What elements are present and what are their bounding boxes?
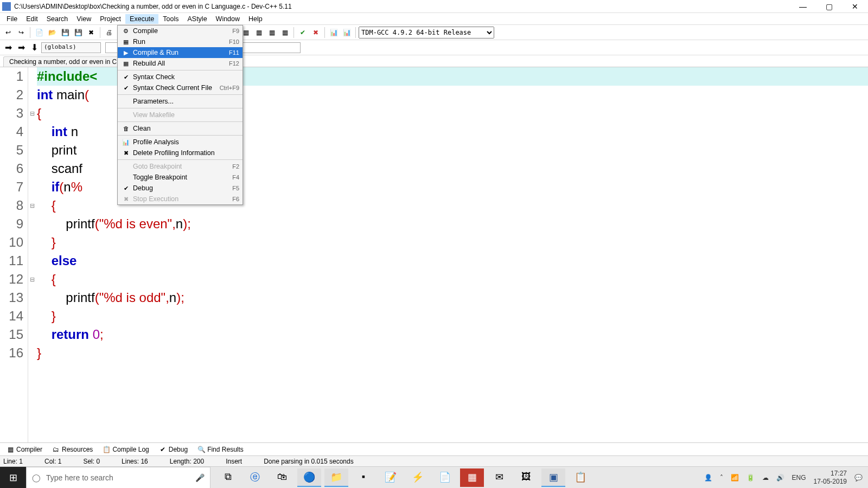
menuitem-compile[interactable]: ⚙CompileF9 <box>118 25 242 36</box>
forward-icon[interactable]: ↪ <box>15 27 27 38</box>
menu-astyle[interactable]: AStyle <box>183 14 211 24</box>
menuitem-syntax-check-current-file[interactable]: ✔Syntax Check Current FileCtrl+F9 <box>118 82 242 93</box>
goto2-icon[interactable]: ➡ <box>15 42 27 54</box>
menuitem-icon: ✔ <box>121 84 131 92</box>
notes-icon[interactable]: 📝 <box>379 468 403 487</box>
menubar: FileEditSearchViewProjectExecuteToolsASt… <box>0 13 868 25</box>
menuitem-clean[interactable]: 🗑Clean <box>118 123 242 134</box>
menuitem-icon: ⚙ <box>121 27 131 35</box>
lang-indicator[interactable]: ENG <box>792 474 806 481</box>
cmd-icon[interactable]: ▪ <box>352 468 375 487</box>
menuitem-profile-analysis[interactable]: 📊Profile Analysis <box>118 137 242 147</box>
statusbar: Line: 1 Col: 1 Sel: 0 Lines: 16 Length: … <box>0 455 868 466</box>
battery-icon[interactable]: 🔋 <box>746 474 755 481</box>
taskview-icon[interactable]: ⧉ <box>216 468 240 487</box>
execute-menu: ⚙CompileF9▦RunF10▶Compile & RunF11▦Rebui… <box>117 25 243 205</box>
app6-icon[interactable]: 📋 <box>569 468 592 487</box>
menuitem-toggle-breakpoint[interactable]: Toggle BreakpointF4 <box>118 172 242 183</box>
menu-help[interactable]: Help <box>244 14 267 24</box>
menu-window[interactable]: Window <box>212 14 244 24</box>
taskbar: ⊞ ◯ Type here to search 🎤 ⧉ ⓔ 🛍 🔵 📁 ▪ 📝 … <box>0 466 868 488</box>
status-lines: Lines: 16 <box>122 458 148 465</box>
stop-icon[interactable]: ✖ <box>310 27 322 38</box>
goto1-icon[interactable]: ➡ <box>2 42 14 54</box>
minimize-button[interactable]: — <box>796 2 809 11</box>
wifi-icon[interactable]: 📶 <box>731 474 739 481</box>
close-file-icon[interactable]: ✖ <box>85 27 97 38</box>
bottomtab-compiler[interactable]: ▦Compiler <box>3 445 46 454</box>
print-icon[interactable]: 🖨 <box>103 27 115 38</box>
grid2-icon[interactable]: ▦ <box>253 27 265 38</box>
menuitem-icon <box>121 173 131 182</box>
menuitem-icon <box>121 97 131 106</box>
open-icon[interactable]: 📂 <box>46 27 58 38</box>
app3-icon[interactable]: 📄 <box>433 468 457 487</box>
menuitem-delete-profiling-information[interactable]: ✖Delete Profiling Information <box>118 147 242 158</box>
window-title: C:\Users\ADMIN\Desktop\box\Checking a nu… <box>14 3 796 10</box>
bottomtab-compile-log[interactable]: 📋Compile Log <box>99 445 152 454</box>
menuitem-syntax-check[interactable]: ✔Syntax Check <box>118 72 242 82</box>
menu-edit[interactable]: Edit <box>22 14 42 24</box>
menu-execute[interactable]: Execute <box>125 14 158 24</box>
people-icon[interactable]: 👤 <box>704 474 712 481</box>
app2-icon[interactable]: ⚡ <box>406 468 430 487</box>
titlebar: C:\Users\ADMIN\Desktop\box\Checking a nu… <box>0 0 868 13</box>
status-col: Col: 1 <box>44 458 61 465</box>
menuitem-compile-run[interactable]: ▶Compile & RunF11 <box>118 47 242 58</box>
grid4-icon[interactable]: ▦ <box>279 27 291 38</box>
new-icon[interactable]: 📄 <box>33 27 45 38</box>
cortana-icon: ◯ <box>32 473 41 482</box>
menuitem-icon: ▦ <box>121 37 131 46</box>
close-button[interactable]: ✕ <box>848 2 861 11</box>
chrome-icon[interactable]: 🔵 <box>297 468 321 487</box>
menuitem-icon: 🗑 <box>121 124 131 133</box>
menuitem-parameters-[interactable]: Parameters... <box>118 96 242 107</box>
devcpp-icon[interactable]: ▣ <box>541 468 565 487</box>
menu-search[interactable]: Search <box>42 14 73 24</box>
fold-gutter[interactable]: ⊟⊟⊟ <box>28 67 36 447</box>
maximize-button[interactable]: ▢ <box>822 2 835 11</box>
menuitem-run[interactable]: ▦RunF10 <box>118 36 242 47</box>
bottom-tabs: ▦Compiler🗂Resources📋Compile Log✔Debug🔍Fi… <box>0 442 868 455</box>
bottomtab-debug[interactable]: ✔Debug <box>156 445 191 454</box>
tray-up-icon[interactable]: ˄ <box>720 474 723 481</box>
edge-icon[interactable]: ⓔ <box>243 468 267 487</box>
profile-icon[interactable]: 📊 <box>328 27 340 38</box>
bottomtab-find-results[interactable]: 🔍Find Results <box>194 445 247 454</box>
menuitem-rebuild-all[interactable]: ▦Rebuild AllF12 <box>118 58 242 69</box>
status-msg: Done parsing in 0.015 seconds <box>264 458 353 465</box>
mic-icon[interactable]: 🎤 <box>195 473 205 482</box>
menu-view[interactable]: View <box>72 14 95 24</box>
app5-icon[interactable]: 🖼 <box>514 468 538 487</box>
start-button[interactable]: ⊞ <box>0 467 26 489</box>
menuitem-icon <box>121 162 131 171</box>
goto3-icon[interactable]: ⬇ <box>28 42 40 54</box>
app-icon <box>2 2 11 11</box>
menu-project[interactable]: Project <box>95 14 125 24</box>
onedrive-icon[interactable]: ☁ <box>762 474 769 481</box>
menu-tools[interactable]: Tools <box>158 14 183 24</box>
menuitem-debug[interactable]: ✔DebugF5 <box>118 183 242 194</box>
back-icon[interactable]: ↩ <box>2 27 14 38</box>
status-mode: Insert <box>226 458 242 465</box>
bottomtab-resources[interactable]: 🗂Resources <box>49 445 96 454</box>
menu-file[interactable]: File <box>2 14 22 24</box>
volume-icon[interactable]: 🔊 <box>776 474 784 481</box>
mail-icon[interactable]: ✉ <box>487 468 511 487</box>
saveall-icon[interactable]: 💾 <box>72 27 84 38</box>
menuitem-icon: ✔ <box>121 184 131 192</box>
debug-icon[interactable]: ✔ <box>297 27 309 38</box>
save-icon[interactable]: 💾 <box>59 27 71 38</box>
clock[interactable]: 17:27 17-05-2019 <box>814 470 847 485</box>
explorer-icon[interactable]: 📁 <box>324 468 348 487</box>
grid3-icon[interactable]: ▦ <box>266 27 278 38</box>
taskbar-search[interactable]: ◯ Type here to search 🎤 <box>26 467 210 489</box>
menuitem-view-makefile: View Makefile <box>118 110 242 120</box>
app4-icon[interactable]: ▦ <box>460 468 484 487</box>
globals-combo[interactable]: (globals) <box>41 42 101 53</box>
notifications-icon[interactable]: 💬 <box>854 474 863 481</box>
menuitem-icon: ▶ <box>121 48 131 57</box>
delprofile-icon[interactable]: 📊 <box>341 27 353 38</box>
compiler-select[interactable]: TDM-GCC 4.9.2 64-bit Release <box>359 27 494 38</box>
store-icon[interactable]: 🛍 <box>270 468 294 487</box>
